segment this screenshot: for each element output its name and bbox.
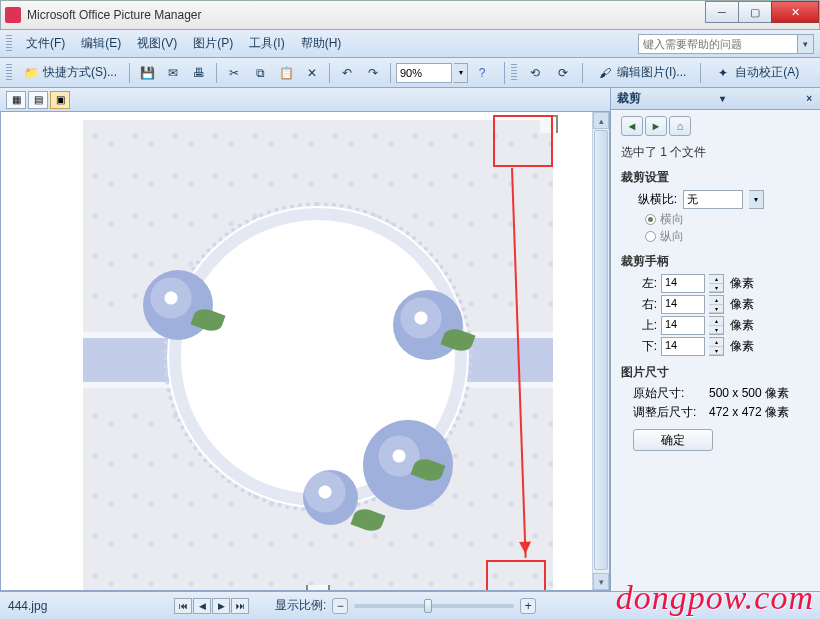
delete-button[interactable]: ✕ [300, 62, 324, 84]
zoom-input[interactable]: 90% [396, 63, 452, 83]
spinner[interactable]: ▴▾ [709, 295, 724, 314]
separator [329, 63, 330, 83]
print-icon: 🖶 [191, 65, 207, 81]
pane-home-button[interactable]: ⌂ [669, 116, 691, 136]
landscape-label: 横向 [660, 211, 684, 228]
status-bar: 444.jpg ⏮ ◀ ▶ ⏭ 显示比例: − + [0, 591, 820, 619]
scroll-up-icon[interactable]: ▴ [593, 112, 609, 129]
save-button[interactable]: 💾 [135, 62, 159, 84]
cut-button[interactable]: ✂ [222, 62, 246, 84]
picture-flower [143, 270, 213, 340]
separator [129, 63, 130, 83]
spinner[interactable]: ▴▾ [709, 274, 724, 293]
spinner[interactable]: ▴▾ [709, 337, 724, 356]
picture-canvas[interactable] [83, 120, 553, 590]
pane-back-button[interactable]: ◄ [621, 116, 643, 136]
annotation-box [493, 115, 553, 167]
auto-correct-button[interactable]: ✦自动校正(A) [708, 62, 806, 84]
picture-flower [363, 420, 453, 510]
taskpane-header: 裁剪 ▾ × [610, 88, 820, 110]
rotate-right-icon: ⟳ [555, 65, 571, 81]
help-dropdown-icon[interactable]: ▾ [798, 34, 814, 54]
menu-view[interactable]: 视图(V) [129, 32, 185, 55]
shortcut-button[interactable]: 📁快捷方式(S)... [16, 62, 124, 84]
menu-help[interactable]: 帮助(H) [293, 32, 350, 55]
print-button[interactable]: 🖶 [187, 62, 211, 84]
crop-top-input[interactable]: 14 [661, 316, 705, 335]
minimize-button[interactable]: ─ [705, 1, 739, 23]
filmstrip-view-button[interactable]: ▤ [28, 91, 48, 109]
single-view-button[interactable]: ▣ [50, 91, 70, 109]
taskpane-close-icon[interactable]: × [804, 93, 814, 104]
last-button[interactable]: ⏭ [231, 598, 249, 614]
selection-status: 选中了 1 个文件 [621, 144, 810, 161]
first-button[interactable]: ⏮ [174, 598, 192, 614]
ok-button[interactable]: 确定 [633, 429, 713, 451]
save-icon: 💾 [139, 65, 155, 81]
aspect-ratio-select[interactable]: 无 [683, 190, 743, 209]
unit-label: 像素 [730, 317, 754, 334]
separator [700, 63, 701, 83]
help-button[interactable]: ? [470, 62, 494, 84]
crop-right-input[interactable]: 14 [661, 295, 705, 314]
rotate-right-button[interactable]: ⟳ [551, 62, 575, 84]
help-search-input[interactable] [638, 34, 798, 54]
title-bar: Microsoft Office Picture Manager ─ ▢ ✕ [0, 0, 820, 30]
close-button[interactable]: ✕ [771, 1, 819, 23]
copy-button[interactable]: ⧉ [248, 62, 272, 84]
maximize-button[interactable]: ▢ [738, 1, 772, 23]
bottom-label: 下: [633, 338, 657, 355]
scrollbar-thumb[interactable] [594, 130, 608, 570]
menu-file[interactable]: 文件(F) [18, 32, 73, 55]
delete-icon: ✕ [304, 65, 320, 81]
zoom-slider[interactable] [354, 604, 514, 608]
radio-icon [645, 214, 656, 225]
next-button[interactable]: ▶ [212, 598, 230, 614]
taskpane-title: 裁剪 [617, 90, 641, 107]
separator [390, 63, 391, 83]
menu-edit[interactable]: 编辑(E) [73, 32, 129, 55]
filename-label: 444.jpg [8, 599, 128, 613]
zoom-dropdown-icon[interactable]: ▾ [454, 63, 468, 83]
window-title: Microsoft Office Picture Manager [27, 8, 202, 22]
crop-settings-heading: 裁剪设置 [621, 169, 810, 186]
crop-left-input[interactable]: 14 [661, 274, 705, 293]
paste-button[interactable]: 📋 [274, 62, 298, 84]
aspect-ratio-label: 纵横比: [633, 191, 677, 208]
edit-picture-button[interactable]: 🖌编辑图片(I)... [590, 62, 693, 84]
right-label: 右: [633, 296, 657, 313]
spinner[interactable]: ▴▾ [709, 316, 724, 335]
menu-picture[interactable]: 图片(P) [185, 32, 241, 55]
mail-button[interactable]: ✉ [161, 62, 185, 84]
top-label: 上: [633, 317, 657, 334]
prev-button[interactable]: ◀ [193, 598, 211, 614]
redo-button[interactable]: ↷ [361, 62, 385, 84]
toolbar: 📁快捷方式(S)... 💾 ✉ 🖶 ✂ ⧉ 📋 ✕ ↶ ↷ 90% ▾ ? ⟲ … [0, 58, 820, 88]
crop-handles-heading: 裁剪手柄 [621, 253, 810, 270]
crop-bottom-input[interactable]: 14 [661, 337, 705, 356]
new-size-value: 472 x 472 像素 [709, 404, 789, 421]
zoom-out-button[interactable]: − [332, 598, 348, 614]
slider-thumb[interactable] [424, 599, 432, 613]
landscape-radio[interactable]: 横向 [645, 211, 810, 228]
taskpane-menu-icon[interactable]: ▾ [718, 93, 727, 104]
scroll-down-icon[interactable]: ▾ [593, 573, 609, 590]
dropdown-icon[interactable]: ▾ [749, 190, 764, 209]
mail-icon: ✉ [165, 65, 181, 81]
separator [216, 63, 217, 83]
rotate-left-icon: ⟲ [527, 65, 543, 81]
shortcut-label: 快捷方式(S)... [43, 64, 117, 81]
orig-size-value: 500 x 500 像素 [709, 385, 789, 402]
vertical-scrollbar[interactable]: ▴ ▾ [592, 112, 609, 590]
thumbnail-view-button[interactable]: ▦ [6, 91, 26, 109]
grip-icon [6, 64, 12, 82]
portrait-radio[interactable]: 纵向 [645, 228, 810, 245]
help-icon: ? [474, 65, 490, 81]
pane-forward-button[interactable]: ► [645, 116, 667, 136]
rotate-left-button[interactable]: ⟲ [523, 62, 547, 84]
wand-icon: ✦ [715, 65, 731, 81]
zoom-in-button[interactable]: + [520, 598, 536, 614]
menu-tools[interactable]: 工具(I) [241, 32, 292, 55]
zoom-label: 显示比例: [275, 597, 326, 614]
undo-button[interactable]: ↶ [335, 62, 359, 84]
